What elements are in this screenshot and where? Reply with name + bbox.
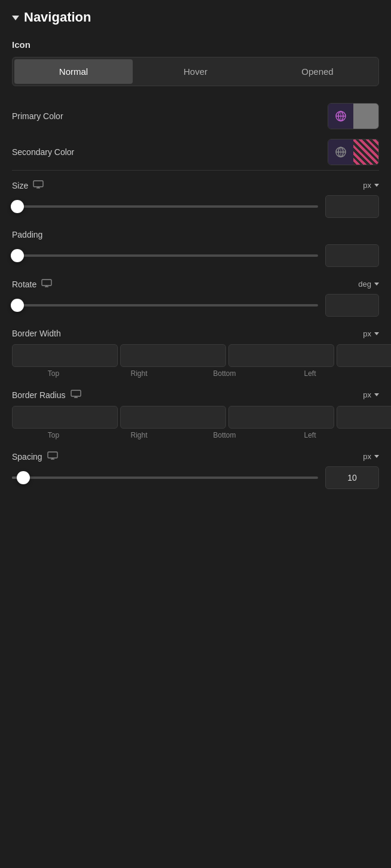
spacing-value-input[interactable] <box>325 466 379 489</box>
svg-rect-14 <box>71 390 81 396</box>
size-monitor-icon <box>33 180 44 190</box>
primary-color-swatch[interactable] <box>353 104 378 129</box>
rotate-value-input[interactable] <box>325 294 379 317</box>
rotate-unit-select[interactable]: deg <box>358 280 379 289</box>
border-width-top-label: Top <box>12 369 95 378</box>
border-width-bottom-label: Bottom <box>183 369 266 378</box>
primary-color-row: Primary Color <box>12 103 379 129</box>
secondary-color-row: Secondary Color <box>12 139 379 165</box>
rotate-slider-row <box>12 294 379 317</box>
border-width-right-input[interactable] <box>120 344 226 367</box>
size-value-input[interactable] <box>325 195 379 218</box>
rotate-monitor-icon <box>41 279 52 289</box>
size-row: Size px <box>12 180 379 190</box>
navigation-title: Navigation <box>24 10 91 25</box>
secondary-color-swatch[interactable] <box>353 139 378 165</box>
spacing-row: Spacing px <box>12 451 379 462</box>
padding-slider-track[interactable] <box>12 254 318 257</box>
border-width-unit-caret-icon <box>374 332 379 335</box>
border-radius-right-label: Right <box>97 431 181 439</box>
size-slider-track[interactable] <box>12 205 318 208</box>
rotate-slider-thumb[interactable] <box>11 299 24 312</box>
icon-tab-group: Normal Hover Opened <box>12 57 379 86</box>
divider-1 <box>12 170 379 171</box>
border-width-labels: Top Right Bottom Left <box>12 369 379 378</box>
border-radius-left-input[interactable] <box>337 406 391 429</box>
secondary-color-picker[interactable] <box>328 139 379 165</box>
border-width-bottom-input[interactable] <box>228 344 334 367</box>
border-width-left-label: Left <box>268 369 352 378</box>
spacing-label: Spacing <box>12 451 58 462</box>
rotate-unit-caret-icon <box>374 283 379 286</box>
spacing-slider-row <box>12 466 379 489</box>
size-label: Size <box>12 180 44 190</box>
globe-icon-secondary <box>335 146 347 158</box>
navigation-header[interactable]: Navigation <box>12 10 379 25</box>
border-width-left-input[interactable] <box>337 344 391 367</box>
secondary-color-globe[interactable] <box>328 139 353 165</box>
primary-color-label: Primary Color <box>12 111 63 121</box>
padding-row: Padding <box>12 230 379 239</box>
globe-icon <box>335 110 347 122</box>
collapse-chevron-icon[interactable] <box>12 16 19 20</box>
spacing-unit-select[interactable]: px <box>363 452 379 461</box>
tab-opened[interactable]: Opened <box>258 59 377 84</box>
border-width-fields <box>12 344 379 367</box>
border-radius-label: Border Radius <box>12 390 81 400</box>
icon-section-label: Icon <box>12 40 379 50</box>
primary-color-picker[interactable] <box>328 103 379 129</box>
spacing-unit-caret-icon <box>374 455 379 458</box>
rotate-label: Rotate <box>12 279 52 289</box>
secondary-color-label: Secondary Color <box>12 147 74 157</box>
size-unit-caret-icon <box>374 184 379 187</box>
border-radius-bottom-label: Bottom <box>183 431 266 439</box>
border-radius-right-input[interactable] <box>120 406 226 429</box>
svg-rect-11 <box>42 280 51 286</box>
svg-rect-17 <box>48 452 57 458</box>
spacing-slider-thumb[interactable] <box>17 471 30 484</box>
tab-hover[interactable]: Hover <box>136 59 255 84</box>
padding-value-input[interactable] <box>325 244 379 267</box>
border-radius-monitor-icon <box>71 390 81 400</box>
svg-rect-8 <box>33 181 43 187</box>
border-width-unit-select[interactable]: px <box>363 329 379 338</box>
border-width-right-label: Right <box>97 369 181 378</box>
border-radius-unit-caret-icon <box>374 393 379 396</box>
spacing-monitor-icon <box>47 451 58 462</box>
border-radius-top-input[interactable] <box>12 406 118 429</box>
primary-color-globe[interactable] <box>328 104 353 129</box>
tab-normal[interactable]: Normal <box>14 59 133 84</box>
border-radius-left-label: Left <box>268 431 352 439</box>
padding-slider-thumb[interactable] <box>11 249 24 262</box>
size-slider-thumb[interactable] <box>11 200 24 213</box>
border-width-label: Border Width <box>12 329 61 338</box>
padding-slider-row <box>12 244 379 267</box>
border-radius-fields <box>12 406 379 429</box>
size-unit-select[interactable]: px <box>363 181 379 190</box>
border-radius-unit-select[interactable]: px <box>363 390 379 399</box>
spacing-slider-track[interactable] <box>12 477 318 479</box>
padding-label: Padding <box>12 230 42 239</box>
size-slider-row <box>12 195 379 218</box>
border-radius-bottom-input[interactable] <box>228 406 334 429</box>
rotate-row: Rotate deg <box>12 279 379 289</box>
border-width-row: Border Width px <box>12 329 379 338</box>
border-width-top-input[interactable] <box>12 344 118 367</box>
border-radius-top-label: Top <box>12 431 95 439</box>
rotate-slider-track[interactable] <box>12 304 318 306</box>
border-radius-labels: Top Right Bottom Left <box>12 431 379 439</box>
border-radius-row: Border Radius px <box>12 390 379 400</box>
